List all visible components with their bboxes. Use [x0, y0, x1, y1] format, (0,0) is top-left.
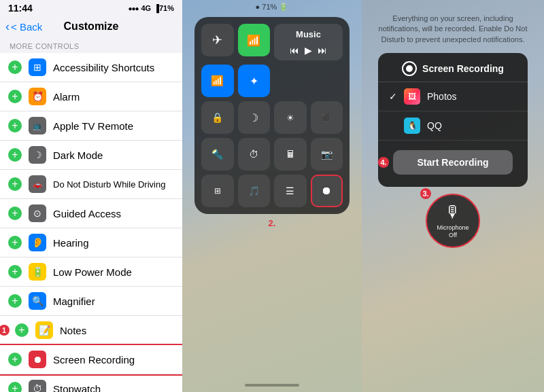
list-item-accessibility[interactable]: + ⊞ Accessibility Shortcuts	[0, 53, 182, 82]
cc-calculator-btn[interactable]: 🖩	[274, 138, 307, 171]
left-panel: 11:44 ●●● 4G ▐71% ‹ < Back Customize MOR…	[0, 0, 182, 392]
magnifier-label: Magnifier	[53, 296, 95, 307]
cc-sound-btn[interactable]: 🎵	[238, 175, 271, 207]
nav-title: Customize	[64, 20, 119, 33]
popup-item-photos[interactable]: ✓ 🖼 Photos	[378, 82, 528, 111]
microphone-label: MicrophoneOff	[437, 224, 469, 239]
cc-airplane-btn[interactable]: ✈	[201, 24, 234, 56]
notes-label: Notes	[60, 325, 86, 336]
dark-mode-icon: ☽	[29, 146, 46, 164]
cc-timer-btn[interactable]: ⏱	[238, 138, 271, 171]
step4-badge: 4.	[378, 157, 389, 168]
do-not-disturb-label: Do Not Disturb While Driving	[53, 179, 165, 190]
start-recording-wrapper: 4. Start Recording	[378, 141, 528, 187]
cc-cellular-btn[interactable]: 📶	[201, 65, 234, 97]
cc-screen-rec-wrapper: ⏺	[311, 175, 343, 207]
photos-icon: 🖼	[404, 88, 420, 105]
apple-tv-remote-label: Apple TV Remote	[53, 120, 133, 132]
cc-screen-mirror-btn[interactable]: ⬛	[311, 101, 343, 134]
phone-battery: ● 71% 🔋	[256, 3, 289, 12]
hearing-label: Hearing	[53, 237, 89, 249]
add-dark-mode-button[interactable]: +	[8, 148, 22, 162]
photos-label: Photos	[427, 91, 457, 102]
add-alarm-button[interactable]: +	[8, 90, 22, 103]
play-pause-icon[interactable]: ▶	[305, 45, 312, 56]
start-recording-button[interactable]: 4. Start Recording	[393, 150, 513, 175]
info-text: Everything on your screen, including not…	[362, 14, 544, 45]
magnifier-icon: 🔍	[29, 292, 46, 310]
notes-icon: 📝	[35, 321, 53, 339]
list-item-dark-mode[interactable]: + ☽ Dark Mode	[0, 141, 182, 170]
add-accessibility-button[interactable]: +	[8, 60, 22, 74]
home-indicator	[245, 384, 299, 387]
cc-brightness-btn[interactable]: ☀	[274, 101, 307, 134]
back-button[interactable]: ‹ < Back	[5, 20, 42, 34]
list-item-screen-recording[interactable]: + ⏺ Screen Recording	[0, 345, 182, 374]
list-container: + ⊞ Accessibility Shortcuts + ⏰ Alarm + …	[0, 53, 182, 392]
cc-music-widget[interactable]: Music ⏮ ▶ ⏭	[274, 24, 343, 60]
add-screen-recording-button[interactable]: +	[8, 353, 22, 366]
stopwatch-label: Stopwatch	[53, 383, 101, 393]
screen-recording-label: Screen Recording	[53, 354, 135, 366]
step1-badge: 1	[0, 325, 10, 336]
popup-title-label: Screen Recording	[422, 63, 504, 74]
qq-icon: 🐧	[404, 118, 420, 134]
alarm-label: Alarm	[53, 91, 80, 103]
guided-access-icon: ⊙	[29, 204, 46, 222]
cc-tray-btn[interactable]: ☰	[274, 175, 307, 207]
list-item-notes[interactable]: 1 + 📝 Notes	[0, 316, 182, 345]
start-recording-label: Start Recording	[417, 157, 488, 168]
list-item-stopwatch[interactable]: + ⏱ Stopwatch	[0, 374, 182, 392]
cc-screen-rec-btn[interactable]: ⏺	[311, 175, 343, 207]
cc-camera-btn[interactable]: 📷	[311, 138, 343, 171]
stopwatch-icon: ⏱	[29, 380, 46, 392]
low-power-icon: 🔋	[29, 263, 46, 281]
popup-item-qq[interactable]: ✓ 🐧 QQ	[378, 111, 528, 141]
list-item-do-not-disturb[interactable]: + 🚗 Do Not Disturb While Driving	[0, 170, 182, 199]
add-stopwatch-button[interactable]: +	[8, 382, 22, 392]
accessibility-icon: ⊞	[29, 58, 46, 76]
add-notes-button[interactable]: +	[15, 323, 29, 337]
add-magnifier-button[interactable]: +	[8, 294, 22, 308]
add-do-not-disturb-button[interactable]: +	[8, 177, 22, 191]
recording-popup: Screen Recording ✓ 🖼 Photos ✓ 🐧 QQ 4. St…	[378, 53, 528, 187]
cc-wifi-btn[interactable]: 📶	[238, 24, 271, 56]
microphone-btn-wrapper: 🎙 MicrophoneOff 3.	[426, 194, 480, 248]
cc-flashlight-btn[interactable]: 🔦	[201, 138, 234, 171]
add-guided-access-button[interactable]: +	[8, 207, 22, 220]
list-item-low-power[interactable]: + 🔋 Low Power Mode	[0, 257, 182, 287]
cc-moon-btn[interactable]: ☽	[238, 101, 271, 134]
section-header: MORE CONTROLS	[0, 37, 182, 53]
add-hearing-button[interactable]: +	[8, 236, 22, 249]
list-item-alarm[interactable]: + ⏰ Alarm	[0, 82, 182, 111]
right-panel: Everything on your screen, including not…	[362, 0, 544, 392]
popup-title-row: Screen Recording	[378, 53, 528, 82]
back-label: < Back	[11, 21, 42, 33]
status-time: 11:44	[8, 3, 33, 14]
list-item-hearing[interactable]: + 👂 Hearing	[0, 228, 182, 257]
step2-label: 2.	[269, 218, 276, 228]
prev-track-icon[interactable]: ⏮	[290, 45, 299, 56]
microphone-icon: 🎙	[445, 202, 461, 221]
list-item-guided-access[interactable]: + ⊙ Guided Access	[0, 199, 182, 228]
phone-status-bar: ● 71% 🔋	[182, 0, 362, 14]
next-track-icon[interactable]: ⏭	[318, 45, 327, 56]
microphone-button[interactable]: 🎙 MicrophoneOff	[426, 194, 480, 248]
step3-badge: 3.	[420, 188, 431, 199]
add-low-power-button[interactable]: +	[8, 265, 22, 279]
back-chevron-icon: ‹	[5, 20, 10, 34]
dark-mode-label: Dark Mode	[53, 149, 103, 161]
status-bar: 11:44 ●●● 4G ▐71%	[0, 0, 182, 16]
list-item-apple-tv-remote[interactable]: + 📺 Apple TV Remote	[0, 111, 182, 141]
nav-bar: ‹ < Back Customize	[0, 16, 182, 37]
cc-lock-btn[interactable]: 🔒	[201, 101, 234, 134]
cc-bluetooth-btn[interactable]: ✦	[238, 65, 271, 97]
rec-circle-icon	[402, 61, 417, 76]
list-item-magnifier[interactable]: + 🔍 Magnifier	[0, 287, 182, 316]
signal-icon: ●●●	[128, 5, 138, 12]
music-label: Music	[296, 29, 321, 39]
apple-tv-remote-icon: 📺	[29, 117, 46, 135]
add-apple-tv-remote-button[interactable]: +	[8, 119, 22, 132]
cc-qr-btn[interactable]: ⊞	[201, 175, 234, 207]
music-controls: ⏮ ▶ ⏭	[290, 45, 327, 56]
